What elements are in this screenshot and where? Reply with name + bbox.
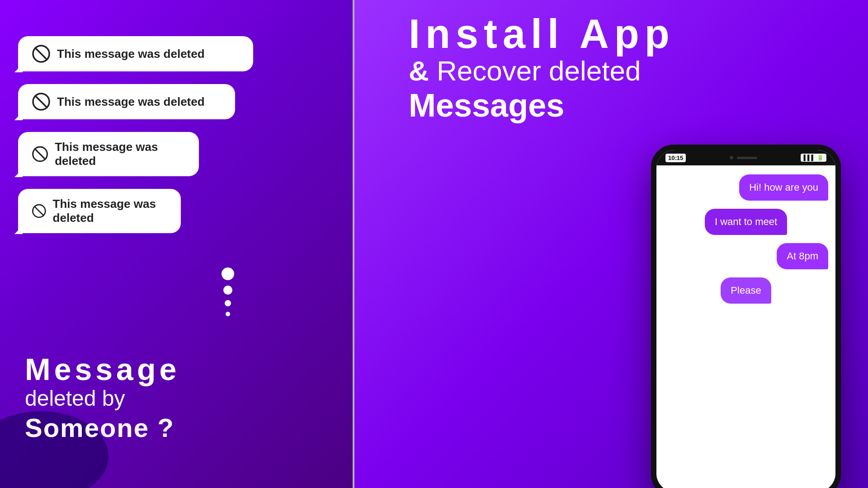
deleted-bubble-1: This message was deleted bbox=[18, 36, 253, 71]
battery-icon: 🔋 bbox=[817, 155, 824, 161]
svg-line-3 bbox=[35, 95, 47, 108]
svg-line-7 bbox=[34, 206, 44, 216]
chat-message-1: Hi! how are you bbox=[739, 174, 828, 201]
no-sign-icon-1 bbox=[32, 44, 51, 63]
status-icons: ▌▌▌ 🔋 bbox=[801, 154, 826, 162]
deleted-text-3: This message was deleted bbox=[55, 140, 185, 168]
deleted-text-1: This message was deleted bbox=[57, 47, 205, 61]
chat-message-2: I want to meet bbox=[705, 209, 787, 235]
deleted-by-text: deleted by bbox=[25, 385, 180, 413]
chat-message-3: At 8pm bbox=[777, 243, 828, 269]
dot-small bbox=[225, 300, 231, 306]
deleted-messages-container: This message was deleted This message wa… bbox=[18, 36, 253, 233]
recover-text: Recover deleted bbox=[437, 55, 641, 86]
message-word: Message bbox=[25, 354, 180, 385]
no-sign-icon-2 bbox=[32, 92, 51, 111]
status-time: 10:15 bbox=[665, 154, 686, 162]
amp-symbol: & bbox=[409, 55, 429, 86]
deleted-text-4: This message was deleted bbox=[53, 197, 167, 225]
install-line3: Messages bbox=[409, 88, 850, 123]
deleted-bubble-4: This message was deleted bbox=[18, 189, 181, 233]
dots-decoration bbox=[222, 267, 234, 316]
right-panel: Install App & Recover deleted Messages 1… bbox=[354, 0, 868, 488]
install-line2: & Recover deleted bbox=[409, 54, 850, 88]
phone-notch: 10:15 ▌▌▌ 🔋 bbox=[656, 150, 835, 165]
bottom-text: Message deleted by Someone ? bbox=[25, 354, 180, 443]
dot-medium bbox=[223, 286, 232, 295]
deleted-text-2: This message was deleted bbox=[57, 95, 205, 109]
left-panel: This message was deleted This message wa… bbox=[0, 0, 353, 488]
dot-large bbox=[222, 267, 234, 280]
deleted-bubble-3: This message was deleted bbox=[18, 132, 199, 176]
notch-center bbox=[721, 153, 766, 163]
chat-area: Hi! how are you I want to meet At 8pm Pl… bbox=[656, 165, 835, 488]
install-app-title: Install App & Recover deleted Messages bbox=[409, 14, 850, 124]
dot-xsmall bbox=[226, 312, 230, 316]
someone-text: Someone ? bbox=[25, 413, 180, 443]
signal-icon: ▌▌▌ bbox=[803, 155, 815, 161]
phone-screen: 10:15 ▌▌▌ 🔋 Hi! how are you I want to me… bbox=[656, 150, 835, 488]
speaker-bar bbox=[737, 157, 757, 159]
install-line1: Install App bbox=[409, 14, 850, 54]
camera-dot bbox=[730, 156, 733, 160]
phone-mockup: 10:15 ▌▌▌ 🔋 Hi! how are you I want to me… bbox=[651, 145, 841, 488]
svg-line-1 bbox=[35, 47, 47, 60]
svg-line-5 bbox=[34, 149, 46, 160]
chat-message-4: Please bbox=[721, 277, 771, 304]
deleted-bubble-2: This message was deleted bbox=[18, 84, 235, 119]
no-sign-icon-4 bbox=[32, 202, 47, 221]
no-sign-icon-3 bbox=[32, 145, 48, 164]
